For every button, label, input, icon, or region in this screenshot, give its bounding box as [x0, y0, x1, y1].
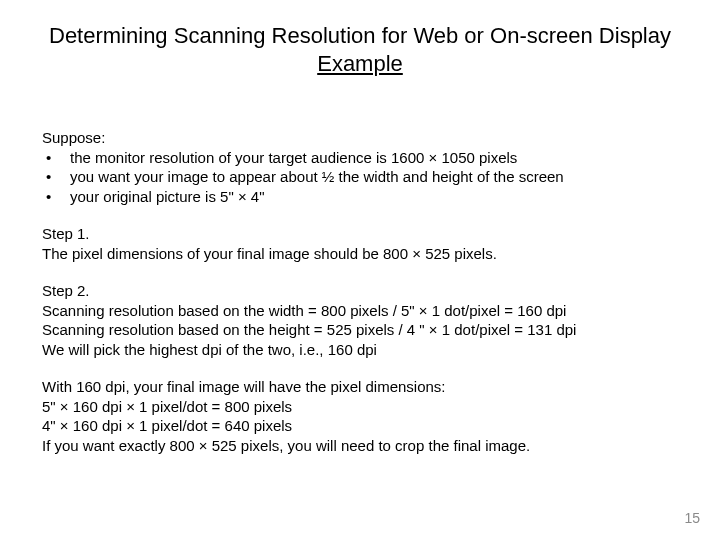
step2-line3: We will pick the highest dpi of the two,… [42, 340, 678, 360]
list-item: the monitor resolution of your target au… [42, 148, 678, 168]
list-item: you want your image to appear about ½ th… [42, 167, 678, 187]
step1-heading: Step 1. [42, 224, 678, 244]
list-item: your original picture is 5" × 4" [42, 187, 678, 207]
slide-body: Suppose: the monitor resolution of your … [42, 128, 678, 473]
slide-title: Determining Scanning Resolution for Web … [0, 22, 720, 77]
final-line2: 5" × 160 dpi × 1 pixel/dot = 800 pixels [42, 397, 678, 417]
slide: Determining Scanning Resolution for Web … [0, 0, 720, 540]
final-line1: With 160 dpi, your final image will have… [42, 377, 678, 397]
step1-text: The pixel dimensions of your final image… [42, 244, 678, 264]
step2-line1: Scanning resolution based on the width =… [42, 301, 678, 321]
page-number: 15 [684, 510, 700, 526]
final-line3: 4" × 160 dpi × 1 pixel/dot = 640 pixels [42, 416, 678, 436]
title-line1: Determining Scanning Resolution for Web … [49, 23, 671, 48]
final-block: With 160 dpi, your final image will have… [42, 377, 678, 455]
step2-line2: Scanning resolution based on the height … [42, 320, 678, 340]
suppose-label: Suppose: [42, 128, 678, 148]
final-line4: If you want exactly 800 × 525 pixels, yo… [42, 436, 678, 456]
step2-block: Step 2. Scanning resolution based on the… [42, 281, 678, 359]
step2-heading: Step 2. [42, 281, 678, 301]
step1-block: Step 1. The pixel dimensions of your fin… [42, 224, 678, 263]
title-line2: Example [317, 51, 403, 76]
suppose-list: the monitor resolution of your target au… [42, 148, 678, 207]
